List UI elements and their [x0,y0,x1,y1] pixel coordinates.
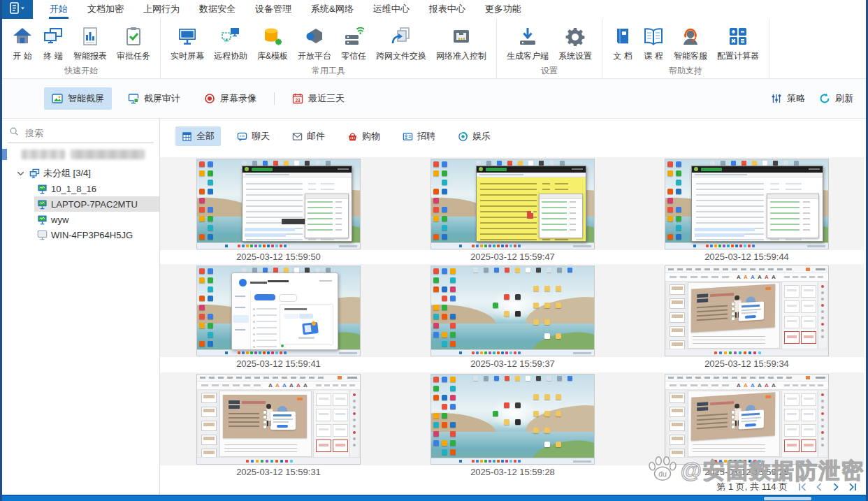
button-label: 智能截屏 [68,92,104,105]
refresh-button[interactable]: 刷新 [818,89,855,108]
grid-icon [182,131,192,142]
screenshot-thumbnail[interactable] [431,159,595,249]
ribbon-group-0: 开 始终 端智能报表审批任务快速开始 [2,19,161,78]
thumbnail-scene-file-window-yellow [431,159,594,249]
last-page-button[interactable] [848,482,858,492]
search-icon [9,126,19,139]
ribbon-item-label: 跨网文件交换 [376,50,426,62]
ribbon-item-smart-reports[interactable]: 智能报表 [68,24,112,62]
tree-root-redacted[interactable] [2,147,159,161]
ribbon-item-label: 文 档 [613,50,632,62]
ribbon-item-remote-assist[interactable]: 远程协助 [209,24,252,62]
tree-node-wyw[interactable]: wyw [2,212,159,227]
prev-page-button[interactable] [814,482,824,492]
library-icon [262,24,283,48]
ribbon-item-label: 智能客服 [674,50,707,62]
screenshot-thumbnail[interactable] [196,266,361,356]
next-page-button[interactable] [831,482,841,492]
ribbon-item-label: 开 始 [13,50,31,62]
filter-all[interactable]: 全部 [175,126,221,146]
tree-node-10_1_8_16[interactable]: 10_1_8_16 [2,181,159,196]
ribbon-item-label: 网络准入控制 [436,50,486,62]
ribbon-item-library-templates[interactable]: 库&模板 [252,24,293,62]
page-status-label: 第 1 页, 共 114 页 [716,481,788,493]
ribbon-item-open-platform[interactable]: 开放平台 [293,24,336,62]
screenshot-thumbnail[interactable] [431,374,595,465]
ribbon-item-config-calculator[interactable]: 配置计算器 [712,24,764,62]
ribbon-item-label: 零信任 [341,50,366,62]
thumbnail-scene-ppt-editor: AAAAAA [665,266,828,356]
menu-tab-report-center[interactable]: 报表中心 [419,0,475,19]
tree-node-LAPTOP-7PAC2MTU[interactable]: LAPTOP-7PAC2MTU [2,196,159,212]
ribbon-item-cross-network-file-exchange[interactable]: 跨网文件交换 [371,24,431,62]
ribbon-item-label: 生成客户端 [507,50,549,62]
filter-entertainment[interactable]: 娱乐 [451,126,497,146]
filter-recruiting[interactable]: 招聘 [396,126,442,146]
client-icon [517,24,538,48]
thumbnail-timestamp: 2025-03-12 15:59:50 [196,252,361,262]
screen-recording-button[interactable]: 屏幕录像 [196,87,264,110]
ribbon-item-label: 实时屏幕 [171,50,204,62]
horizontal-scrollbar-thumb[interactable] [764,497,811,500]
menu-tab-data-security[interactable]: 数据安全 [189,0,245,19]
button-label: 刷新 [835,92,853,105]
first-page-button[interactable] [797,482,807,492]
ribbon-item-label: 智能报表 [73,50,107,62]
ribbon-item-realtime-screen[interactable]: 实时屏幕 [166,24,209,62]
thumbnail-scene-ppt-editor: AAAAAA [665,375,828,464]
record-icon [204,93,215,104]
ribbon-item-generate-client[interactable]: 生成客户端 [502,24,554,62]
ribbon-item-courses[interactable]: 课 程 [638,24,669,62]
ribbon-item-network-access-control[interactable]: 网络准入控制 [431,24,491,62]
search-input[interactable] [24,127,145,139]
course-icon [643,24,664,48]
filter-mail[interactable]: 邮件 [286,126,331,146]
thumbnail-scene-desktop [431,375,594,464]
last-three-days-button[interactable]: 23最近三天 [284,87,352,110]
tree-group-ungrouped[interactable]: 未分组 [3/4] [2,166,159,181]
screenshot-audit-button[interactable]: 截屏审计 [120,87,188,110]
terminal-name: LAPTOP-7PAC2MTU [51,199,138,210]
thumbnail-timestamp: 2025-03-12 15:59:25 [665,467,829,477]
smart-screenshot-button[interactable]: 智能截屏 [44,87,112,110]
screenshot-thumbnail[interactable]: AAAAAA [665,374,829,465]
screenshot-thumbnail[interactable]: AAAAAA [196,374,361,465]
ribbon-item-terminals[interactable]: 终 端 [38,24,68,62]
app-menu-button[interactable] [2,0,33,19]
menu-tab-internet-behavior[interactable]: 上网行为 [133,0,189,19]
screenshot-thumbnail[interactable]: AAAAAA [665,266,829,356]
menu-tab-ops-center[interactable]: 运维中心 [363,0,419,19]
menu-tab-home[interactable]: 开始 [40,0,78,19]
terminal-tree-sidebar: 未分组 [3/4]10_1_8_16LAPTOP-7PAC2MTUwywWIN-… [2,119,160,496]
ribbon-item-smart-support[interactable]: 智能客服 [669,24,712,62]
ribbon-item-label: 配置计算器 [717,50,759,62]
gear-icon [565,24,586,48]
ribbon-item-system-settings[interactable]: 系统设置 [554,24,597,62]
ribbon-item-label: 课 程 [644,50,663,62]
thumbnail-timestamp: 2025-03-12 15:59:34 [665,358,829,369]
filter-chat[interactable]: 聊天 [231,126,276,146]
screenshot-thumbnail[interactable] [665,159,829,249]
ribbon-item-documentation[interactable]: 文 档 [607,24,638,62]
refresh-icon [819,93,830,104]
filter-shopping[interactable]: 购物 [341,126,386,146]
menu-tab-more-features[interactable]: 更多功能 [475,0,531,19]
view-toolbar: 智能截屏截屏审计屏幕录像23最近三天 策略刷新 [2,79,866,119]
policy-button[interactable]: 策略 [769,89,806,108]
ribbon-group-label: 帮助支持 [607,62,764,78]
ribbon-item-start[interactable]: 开 始 [7,24,38,62]
ribbon-item-approval-tasks[interactable]: 审批任务 [112,24,155,62]
ribbon-item-zero-trust[interactable]: 零信任 [336,24,371,62]
calc-icon [728,24,748,48]
menu-tab-system-network[interactable]: 系统&网络 [301,0,363,19]
screenshot-thumbnail[interactable] [431,266,595,356]
thumbnail-timestamp: 2025-03-12 15:59:28 [431,467,595,477]
menu-tab-doc-encryption[interactable]: 文档加密 [78,0,133,19]
screenshot-thumbnail[interactable] [196,159,361,249]
button-label: 最近三天 [308,92,345,105]
fun-icon [458,131,468,142]
tree-node-WIN-4FP3P64H5JG[interactable]: WIN-4FP3P64H5JG [2,227,159,242]
pc-offline-icon [37,230,48,240]
terminal-name: wyw [51,215,68,225]
menu-tab-device-management[interactable]: 设备管理 [245,0,301,19]
